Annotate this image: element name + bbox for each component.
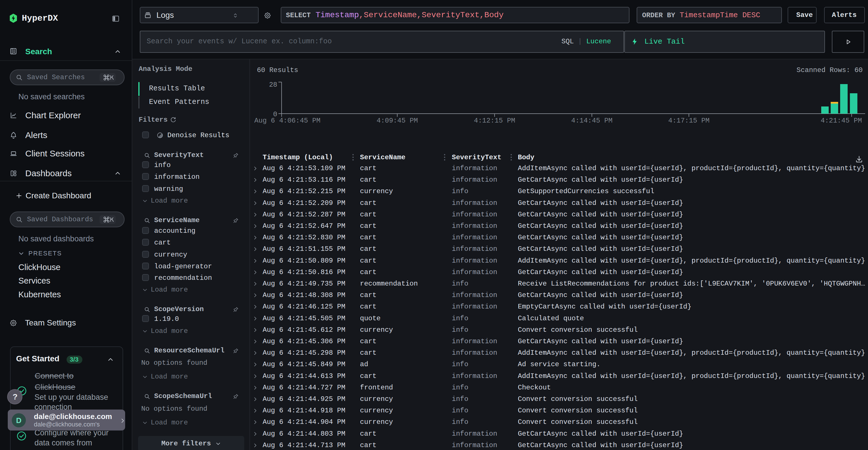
svg-text:28: 28 [269, 81, 277, 89]
